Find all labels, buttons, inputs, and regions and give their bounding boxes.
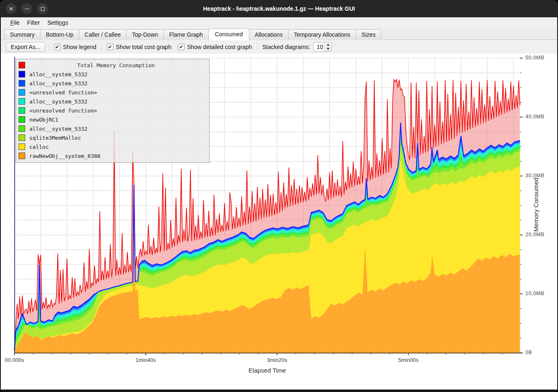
spinner-arrows bbox=[324, 42, 331, 51]
legend-swatch-icon bbox=[19, 153, 25, 159]
spinner-up-icon[interactable] bbox=[325, 42, 331, 47]
spinner-down-icon[interactable] bbox=[325, 47, 331, 52]
app-window: ✕ Heaptrack - heaptrack.wakunode.1.gz — … bbox=[0, 0, 558, 392]
x-tick-label: 1min40s bbox=[136, 357, 156, 363]
legend-label: <unresolved function> bbox=[29, 89, 97, 96]
y-tick-label: 50,0MB bbox=[525, 55, 544, 61]
legend-label: calloc bbox=[29, 144, 49, 150]
export-as-button[interactable]: Export As... bbox=[6, 42, 45, 52]
legend-label: rawNewObj__system_6388 bbox=[29, 153, 100, 159]
x-axis-title: Elapsed Time bbox=[14, 367, 520, 374]
legend-item: newObjRC1 bbox=[19, 115, 207, 124]
legend-swatch-icon bbox=[19, 89, 25, 96]
tab-consumed[interactable]: Consumed bbox=[208, 28, 250, 40]
checkbox-show-legend[interactable]: ✔Show legend bbox=[52, 44, 98, 50]
checkbox-icon[interactable]: ✔ bbox=[54, 44, 61, 50]
stacked-diagrams-label: Stacked diagrams: bbox=[262, 44, 310, 50]
stacked-diagrams-value[interactable]: 10 bbox=[314, 42, 324, 51]
checkbox-label: Show total cost graph bbox=[116, 44, 172, 50]
x-tick-label: 00.000s bbox=[5, 357, 24, 363]
legend-label: alloc__system_5332 bbox=[29, 71, 87, 77]
tab-bottom-up[interactable]: Bottom-Up bbox=[40, 29, 79, 40]
legend-label: sqlite3MemMalloc bbox=[29, 135, 81, 141]
legend-item: sqlite3MemMalloc bbox=[19, 133, 207, 142]
legend-swatch-icon bbox=[19, 116, 25, 123]
tab-allocations[interactable]: Allocations bbox=[249, 29, 288, 40]
legend-swatch-icon bbox=[19, 134, 25, 141]
toolbar: Export As... ✔Show legend✔Show total cos… bbox=[0, 40, 558, 54]
tab-bar: SummaryBottom-UpCaller / CalleeTop-DownF… bbox=[0, 28, 558, 40]
legend-label: alloc__system_5332 bbox=[29, 80, 87, 87]
legend-swatch-icon bbox=[19, 98, 25, 105]
y-tick-label: 10,0MB bbox=[525, 291, 544, 296]
menu-item-file[interactable]: File bbox=[7, 19, 24, 27]
legend-swatch-icon bbox=[19, 125, 25, 132]
y-tick-label: 40,0MB bbox=[525, 114, 544, 120]
menu-item-settings[interactable]: Settings bbox=[44, 19, 72, 27]
checkbox-show-total-cost-graph[interactable]: ✔Show total cost graph bbox=[105, 44, 173, 50]
toolbar-separator bbox=[102, 43, 102, 51]
legend-item: rawNewObj__system_6388 bbox=[19, 151, 207, 160]
legend-item: <unresolved function> bbox=[19, 106, 207, 115]
y-tick-label: 0B bbox=[525, 350, 532, 355]
legend-item: <unresolved function> bbox=[19, 88, 207, 97]
y-axis-title: Memory Consumed bbox=[532, 164, 539, 246]
legend-item: calloc bbox=[19, 142, 207, 151]
x-tick-label: 5min00s bbox=[398, 357, 418, 363]
chart-legend: Total Memory Consumptionalloc__system_53… bbox=[16, 59, 210, 163]
x-tick-label: 3min20s bbox=[267, 357, 287, 363]
tab-sizes[interactable]: Sizes bbox=[356, 29, 381, 40]
stacked-diagrams-spinner[interactable]: 10 bbox=[313, 42, 332, 52]
title-bar: ✕ Heaptrack - heaptrack.wakunode.1.gz — … bbox=[0, 0, 558, 17]
memory-consumption-chart[interactable]: 0B10,0MB20,0MB30,0MB40,0MB50,0MB 00.000s… bbox=[0, 54, 558, 390]
window-title: Heaptrack - heaptrack.wakunode.1.gz — He… bbox=[0, 5, 558, 12]
checkbox-label: Show legend bbox=[63, 44, 97, 50]
legend-swatch-icon bbox=[19, 62, 25, 68]
legend-title: Total Memory Consumption bbox=[25, 62, 207, 68]
tab-top-down[interactable]: Top-Down bbox=[126, 29, 164, 40]
tab-summary[interactable]: Summary bbox=[4, 29, 40, 40]
legend-label: <unresolved function> bbox=[29, 108, 97, 114]
legend-item: alloc__system_5332 bbox=[19, 124, 207, 133]
menu-bar: FileFilterSettings bbox=[0, 17, 558, 28]
toolbar-separator bbox=[49, 43, 49, 51]
legend-label: alloc__system_5332 bbox=[29, 99, 87, 105]
checkbox-label: Show detailed cost graph bbox=[187, 44, 252, 50]
tab-caller-callee[interactable]: Caller / Callee bbox=[79, 29, 127, 40]
legend-item: alloc__system_5332 bbox=[19, 70, 207, 79]
legend-label: newObjRC1 bbox=[29, 117, 58, 123]
checkbox-show-detailed-cost-graph[interactable]: ✔Show detailed cost graph bbox=[176, 44, 253, 50]
checkbox-icon[interactable]: ✔ bbox=[178, 44, 184, 50]
legend-item: alloc__system_5332 bbox=[19, 97, 207, 106]
legend-item: Total Memory Consumption bbox=[19, 61, 207, 70]
legend-swatch-icon bbox=[19, 143, 25, 150]
legend-swatch-icon bbox=[19, 80, 25, 87]
menu-item-filter[interactable]: Filter bbox=[24, 19, 44, 27]
legend-swatch-icon bbox=[19, 71, 25, 77]
toolbar-separator bbox=[257, 43, 257, 51]
checkbox-icon[interactable]: ✔ bbox=[107, 44, 113, 50]
legend-item: alloc__system_5332 bbox=[19, 79, 207, 88]
tab-temporary-allocations[interactable]: Temporary Allocations bbox=[288, 29, 356, 40]
legend-label: alloc__system_5332 bbox=[29, 126, 87, 132]
tab-flame-graph[interactable]: Flame Graph bbox=[163, 29, 209, 40]
legend-swatch-icon bbox=[19, 107, 25, 114]
